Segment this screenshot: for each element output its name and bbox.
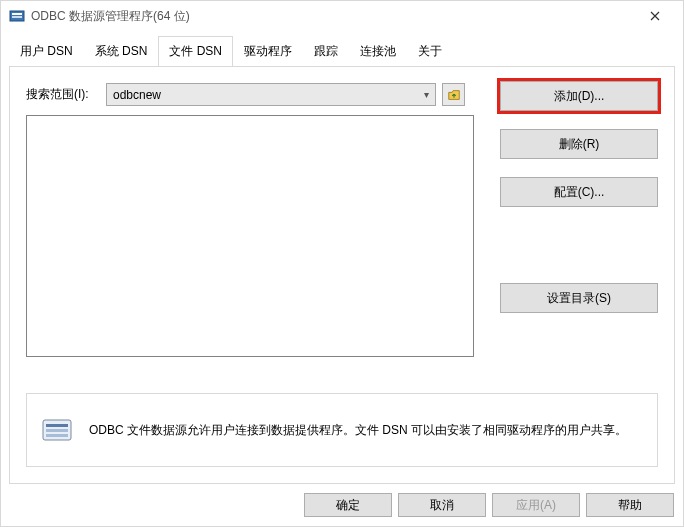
svg-rect-4: [46, 424, 68, 427]
tab-system-dsn[interactable]: 系统 DSN: [84, 36, 159, 67]
search-combo[interactable]: odbcnew ▾: [106, 83, 436, 106]
close-button[interactable]: [635, 1, 675, 31]
set-directory-button[interactable]: 设置目录(S): [500, 283, 658, 313]
tab-pooling[interactable]: 连接池: [349, 36, 407, 67]
spacer: [500, 225, 658, 265]
file-listbox[interactable]: [26, 115, 474, 357]
window-title: ODBC 数据源管理程序(64 位): [31, 8, 635, 25]
tab-drivers[interactable]: 驱动程序: [233, 36, 303, 67]
info-box: ODBC 文件数据源允许用户连接到数据提供程序。文件 DSN 可以由安装了相同驱…: [26, 393, 658, 467]
tab-user-dsn[interactable]: 用户 DSN: [9, 36, 84, 67]
tab-file-dsn[interactable]: 文件 DSN: [158, 36, 233, 67]
configure-button[interactable]: 配置(C)...: [500, 177, 658, 207]
apply-button[interactable]: 应用(A): [492, 493, 580, 517]
tab-tracing[interactable]: 跟踪: [303, 36, 349, 67]
search-combo-value: odbcnew: [113, 88, 161, 102]
search-label: 搜索范围(I):: [26, 86, 106, 103]
chevron-down-icon: ▾: [424, 89, 429, 100]
help-button[interactable]: 帮助: [586, 493, 674, 517]
titlebar: ODBC 数据源管理程序(64 位): [1, 1, 683, 31]
dialog-footer: 确定 取消 应用(A) 帮助: [304, 493, 674, 517]
folder-up-button[interactable]: [442, 83, 465, 106]
remove-button[interactable]: 删除(R): [500, 129, 658, 159]
folder-up-icon: [447, 88, 461, 102]
tab-panel-file-dsn: 搜索范围(I): odbcnew ▾ 添加(D)... 删除(R) 配置(C).…: [9, 66, 675, 484]
svg-rect-6: [46, 434, 68, 437]
app-icon: [9, 8, 25, 24]
side-buttons: 添加(D)... 删除(R) 配置(C)... 设置目录(S): [500, 81, 658, 313]
tab-strip: 用户 DSN 系统 DSN 文件 DSN 驱动程序 跟踪 连接池 关于: [1, 35, 683, 66]
svg-rect-2: [12, 16, 22, 18]
cancel-button[interactable]: 取消: [398, 493, 486, 517]
add-button[interactable]: 添加(D)...: [500, 81, 658, 111]
svg-rect-1: [12, 13, 22, 15]
ok-button[interactable]: 确定: [304, 493, 392, 517]
close-icon: [650, 11, 660, 21]
tab-about[interactable]: 关于: [407, 36, 453, 67]
svg-rect-5: [46, 429, 68, 432]
datasource-icon: [41, 414, 73, 446]
info-text: ODBC 文件数据源允许用户连接到数据提供程序。文件 DSN 可以由安装了相同驱…: [89, 422, 627, 439]
